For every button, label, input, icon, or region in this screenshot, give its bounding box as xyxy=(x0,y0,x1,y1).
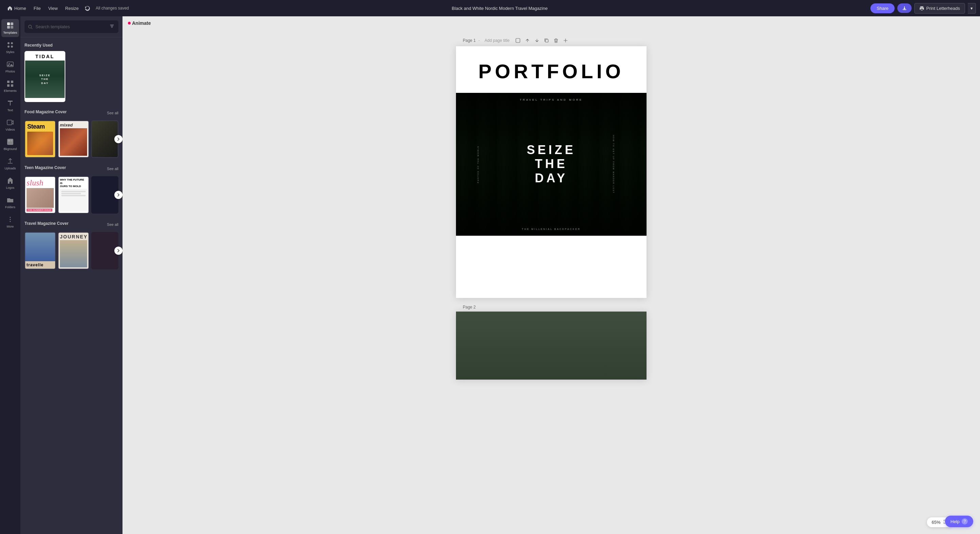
sidebar-item-label-photos: Photos xyxy=(5,70,15,73)
help-icon: ? xyxy=(962,518,968,524)
teen-next-arrow[interactable] xyxy=(115,191,123,199)
template-tidal[interactable]: TIDAL SEIZETHEDAY xyxy=(24,51,65,102)
help-label: Help xyxy=(950,519,959,524)
resize-button[interactable]: Resize xyxy=(62,4,82,13)
page1-copy-btn[interactable] xyxy=(543,37,550,44)
undo-button[interactable] xyxy=(83,3,92,13)
journey-label: JOURNEY xyxy=(60,234,87,240)
svg-point-5 xyxy=(11,42,13,44)
sidebar-item-label-logos: Logos xyxy=(6,186,14,189)
sidebar-item-styles[interactable]: Styles xyxy=(2,38,19,56)
svg-point-4 xyxy=(8,42,10,44)
sidebar-item-label-styles: Styles xyxy=(6,50,14,54)
icon-sidebar: Templates Styles Photos Elements xyxy=(0,16,21,534)
home-button[interactable]: Home xyxy=(4,4,30,13)
saved-status: All changes saved xyxy=(95,6,129,11)
svg-point-9 xyxy=(8,63,10,65)
travel-template-row: travelle JOURNEY xyxy=(24,232,118,269)
tidal-seize-text: SEIZETHEDAY xyxy=(39,73,50,85)
page1-frame-btn[interactable] xyxy=(514,37,522,44)
svg-point-19 xyxy=(10,219,11,220)
svg-rect-14 xyxy=(7,120,12,125)
design-page-1[interactable]: PORTFOLIO TRAVEL TRIPS AND MORE SEIZE TH… xyxy=(456,46,646,298)
page1-seize: SEIZE xyxy=(527,143,576,157)
travel-template-journey[interactable]: JOURNEY xyxy=(58,232,89,269)
print-button[interactable]: Print Letterheads xyxy=(914,3,965,14)
page1-center-text: SEIZE THE DAY xyxy=(527,143,576,185)
food-next-arrow[interactable] xyxy=(115,135,123,143)
page1-divider: - xyxy=(479,38,480,43)
travel-section: Travel Magazine Cover See all travelle xyxy=(24,220,118,269)
design-page-2[interactable] xyxy=(456,312,646,380)
search-area xyxy=(21,16,123,37)
food-section-header: Food Magazine Cover See all xyxy=(24,108,118,118)
page1-bottom-text: THE MILLENIAL BACKPACKER xyxy=(456,228,646,230)
sidebar-item-logos[interactable]: Logos xyxy=(2,174,19,192)
travel-next-arrow[interactable] xyxy=(115,246,123,255)
sidebar-item-label-bkground: Bkground xyxy=(4,147,17,151)
page2-label-row: Page 2 xyxy=(456,305,476,310)
sidebar-item-bkground[interactable]: Bkground xyxy=(2,135,19,153)
view-button[interactable]: View xyxy=(45,4,61,13)
travel-template-travelle[interactable]: travelle xyxy=(24,232,56,269)
teen-template-future[interactable]: WHY THE FUTURE ISOURS TO MOLD xyxy=(58,176,89,214)
svg-rect-13 xyxy=(11,84,13,87)
svg-rect-10 xyxy=(7,81,10,83)
travelle-label: travelle xyxy=(25,261,55,269)
food-see-all[interactable]: See all xyxy=(107,111,118,115)
sidebar-item-folders[interactable]: Folders xyxy=(2,194,19,211)
sidebar-item-photos[interactable]: Photos xyxy=(2,58,19,76)
sidebar-item-more[interactable]: More xyxy=(2,213,19,231)
svg-point-6 xyxy=(8,46,10,48)
share-button[interactable]: Share xyxy=(870,3,894,13)
page1-label-row: Page 1 - Add page title xyxy=(456,37,569,44)
page1-left-text: PHOTOS OF THE WORLD xyxy=(477,146,479,183)
food-section-title: Food Magazine Cover xyxy=(24,110,67,114)
page1-top-text: TRAVEL TRIPS AND MORE xyxy=(456,98,646,101)
teen-template-slush[interactable]: slush THE SUMMER ISSUE xyxy=(24,176,56,214)
page1-add-btn[interactable] xyxy=(562,37,569,44)
future-label: WHY THE FUTURE ISOURS TO MOLD xyxy=(60,178,87,188)
food-template-steam[interactable]: Steam xyxy=(24,121,56,158)
sidebar-item-label-videos: Videos xyxy=(5,128,14,131)
sidebar-item-templates[interactable]: Templates xyxy=(2,19,19,37)
travelle-image xyxy=(25,233,55,261)
page2-label: Page 2 xyxy=(463,305,476,310)
sidebar-item-elements[interactable]: Elements xyxy=(2,77,19,95)
sidebar-item-uploads[interactable]: Uploads xyxy=(2,155,19,173)
page1-down-btn[interactable] xyxy=(533,37,541,44)
food-template-mixed[interactable]: mixed xyxy=(58,121,89,158)
search-input[interactable] xyxy=(35,24,106,29)
svg-rect-15 xyxy=(7,139,13,145)
filter-button[interactable] xyxy=(109,23,115,30)
svg-point-18 xyxy=(10,217,11,218)
page1-add-title[interactable]: Add page title xyxy=(482,37,511,43)
sidebar-item-label-templates: Templates xyxy=(3,31,17,34)
page1-up-btn[interactable] xyxy=(524,37,531,44)
page1-delete-btn[interactable] xyxy=(552,37,560,44)
page1-image: TRAVEL TRIPS AND MORE SEIZE THE DAY PHOT… xyxy=(456,93,646,236)
print-dropdown-button[interactable]: ▾ xyxy=(968,3,976,14)
search-box[interactable] xyxy=(24,21,118,33)
canvas-scroll[interactable]: Page 1 - Add page title xyxy=(123,30,980,534)
mixed-label: mixed xyxy=(60,122,87,127)
sidebar-item-videos[interactable]: Videos xyxy=(2,116,19,134)
document-title: Black and White Nordic Modern Travel Mag… xyxy=(130,6,869,11)
file-button[interactable]: File xyxy=(30,4,44,13)
food-section: Food Magazine Cover See all Steam mixed xyxy=(24,108,118,158)
travel-see-all[interactable]: See all xyxy=(107,222,118,227)
templates-panel: Recently Used TIDAL SEIZETHEDAY Food Mag… xyxy=(21,16,123,534)
animate-button[interactable]: Animate xyxy=(128,21,151,26)
download-button[interactable] xyxy=(897,3,912,13)
teen-see-all[interactable]: See all xyxy=(107,167,118,171)
steam-image xyxy=(27,132,53,155)
slush-image xyxy=(27,188,54,208)
sidebar-item-text[interactable]: Text xyxy=(2,97,19,114)
recently-used-section: Recently Used TIDAL SEIZETHEDAY xyxy=(24,43,118,102)
teen-section: Teen Magazine Cover See all slush THE SU… xyxy=(24,164,118,214)
slush-tag: THE SUMMER ISSUE xyxy=(27,208,52,211)
svg-rect-3 xyxy=(11,26,13,29)
page1-toolbar xyxy=(514,37,569,44)
food-template-row: Steam mixed xyxy=(24,121,118,158)
help-button[interactable]: Help ? xyxy=(945,516,973,527)
